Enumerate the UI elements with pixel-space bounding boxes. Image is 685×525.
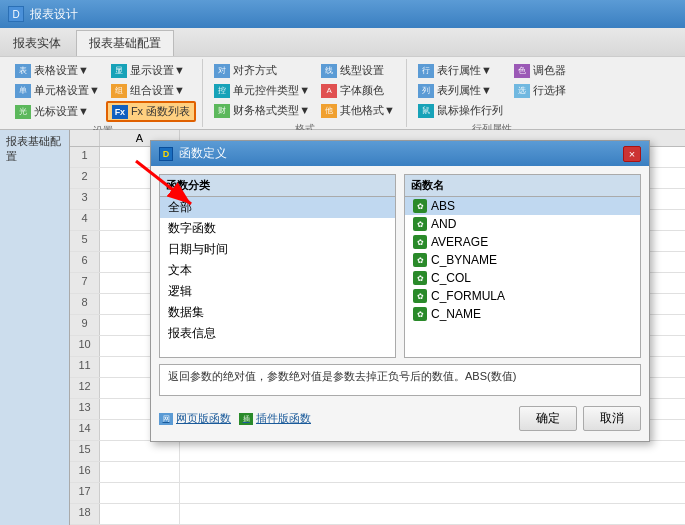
ribbon-group-settings: 表 表格设置▼ 显 显示设置▼ 单 单元格设置▼ 组 组合设置▼ 光 光标设 — [4, 59, 203, 127]
cancel-button[interactable]: 取消 — [583, 406, 641, 431]
categories-panel: 函数分类 全部 数字函数 日期与时间 — [159, 174, 396, 358]
footer-action-btns: 确定 取消 — [519, 406, 641, 431]
categories-header: 函数分类 — [160, 175, 395, 197]
list-item[interactable]: 报表信息 — [160, 323, 395, 344]
line-type-btn[interactable]: 线 线型设置 — [316, 61, 400, 80]
functions-list[interactable]: ✿ ABS ✿ AND ✿ AVERAGE — [405, 197, 640, 357]
title-text: 报表设计 — [30, 6, 78, 23]
other-format-btn[interactable]: 他 其他格式▼ — [316, 101, 400, 120]
color-picker-btn[interactable]: 色 调色器 — [509, 61, 571, 80]
control-type-btn[interactable]: 控 单元控件类型▼ — [209, 81, 315, 100]
font-color-btn[interactable]: A 字体颜色 — [316, 81, 400, 100]
plugin-func-btn[interactable]: 插 插件版函数 — [239, 411, 311, 426]
list-item[interactable]: ✿ ABS — [405, 197, 640, 215]
function-icon: ✿ — [413, 217, 427, 231]
function-list-icon: Fx — [112, 105, 128, 119]
cell-settings-btn[interactable]: 单 单元格设置▼ — [10, 81, 105, 100]
list-item[interactable]: 文本 — [160, 260, 395, 281]
dialog-title-icon: D — [159, 147, 173, 161]
main-area: 报表基础配置 A 1 2 3 4 5 6 7 8 9 10 11 12 13 1… — [0, 130, 685, 525]
list-item[interactable]: 全部 — [160, 197, 395, 218]
row-select-btn[interactable]: 选 行选择 — [509, 81, 571, 100]
dialog-body: 函数分类 全部 数字函数 日期与时间 — [151, 166, 649, 441]
function-icon: ✿ — [413, 235, 427, 249]
tab-basic-config[interactable]: 报表基础配置 — [76, 30, 174, 56]
spreadsheet-area: A 1 2 3 4 5 6 7 8 9 10 11 12 13 14 15 16… — [70, 130, 685, 525]
ribbon-group-rowcol: 行 表行属性▼ 色 调色器 列 表列属性▼ 选 行选择 鼠 鼠标操作行列 — [407, 59, 577, 127]
ribbon: 报表实体 报表基础配置 表 表格设置▼ 显 显示设置▼ 单 单元格设置▼ 组 — [0, 28, 685, 130]
list-item[interactable]: 逻辑 — [160, 281, 395, 302]
rowcol-buttons: 行 表行属性▼ 色 调色器 列 表列属性▼ 选 行选择 鼠 鼠标操作行列 — [413, 61, 571, 120]
align-icon: 对 — [214, 64, 230, 78]
function-icon: ✿ — [413, 307, 427, 321]
list-item[interactable]: ✿ AVERAGE — [405, 233, 640, 251]
dialog-title-text: 函数定义 — [179, 145, 227, 162]
col-prop-icon: 列 — [418, 84, 434, 98]
function-description: 返回参数的绝对值，参数绝对值是参数去掉正负号后的数值。ABS(数值) — [159, 364, 641, 396]
cursor-settings-btn[interactable]: 光 光标设置▼ — [10, 101, 105, 122]
list-item[interactable]: ✿ C_FORMULA — [405, 287, 640, 305]
title-bar: D 报表设计 — [0, 0, 685, 28]
cursor-settings-icon: 光 — [15, 105, 31, 119]
list-item[interactable]: 数据集 — [160, 302, 395, 323]
left-label: 报表基础配置 — [0, 130, 70, 525]
mouse-rowcol-icon: 鼠 — [418, 104, 434, 118]
dialog-overlay: D 函数定义 × 函数分类 全部 — [70, 130, 685, 525]
dialog-title-bar: D 函数定义 × — [151, 141, 649, 166]
control-type-icon: 控 — [214, 84, 230, 98]
tab-report-entity[interactable]: 报表实体 — [0, 30, 74, 56]
function-definition-dialog: D 函数定义 × 函数分类 全部 — [150, 140, 650, 442]
functions-panel: 函数名 ✿ ABS ✿ AND — [404, 174, 641, 358]
list-item[interactable]: 数字函数 — [160, 218, 395, 239]
footer-left: 网 网页版函数 插 插件版函数 — [159, 411, 311, 426]
function-icon: ✿ — [413, 199, 427, 213]
align-btn[interactable]: 对 对齐方式 — [209, 61, 315, 80]
format-buttons: 对 对齐方式 线 线型设置 控 单元控件类型▼ A 字体颜色 财 财务格式类 — [209, 61, 400, 120]
row-prop-btn[interactable]: 行 表行属性▼ — [413, 61, 508, 80]
web-func-icon: 网 — [159, 413, 173, 425]
cell-settings-icon: 单 — [15, 84, 31, 98]
categories-list[interactable]: 全部 数字函数 日期与时间 文本 — [160, 197, 395, 357]
list-item[interactable]: ✿ AND — [405, 215, 640, 233]
color-picker-icon: 色 — [514, 64, 530, 78]
function-icon: ✿ — [413, 289, 427, 303]
ribbon-group-format: 对 对齐方式 线 线型设置 控 单元控件类型▼ A 字体颜色 财 财务格式类 — [203, 59, 407, 127]
finance-format-btn[interactable]: 财 财务格式类型▼ — [209, 101, 315, 120]
dialog-columns: 函数分类 全部 数字函数 日期与时间 — [159, 174, 641, 358]
plugin-func-icon: 插 — [239, 413, 253, 425]
list-item[interactable]: ✿ C_COL — [405, 269, 640, 287]
display-settings-icon: 显 — [111, 64, 127, 78]
font-color-icon: A — [321, 84, 337, 98]
dialog-footer: 网 网页版函数 插 插件版函数 确定 取消 — [159, 402, 641, 433]
mouse-rowcol-btn[interactable]: 鼠 鼠标操作行列 — [413, 101, 508, 120]
display-settings-btn[interactable]: 显 显示设置▼ — [106, 61, 196, 80]
list-item[interactable]: ✿ C_NAME — [405, 305, 640, 323]
other-format-icon: 他 — [321, 104, 337, 118]
functions-header: 函数名 — [405, 175, 640, 197]
combo-settings-icon: 组 — [111, 84, 127, 98]
web-func-btn[interactable]: 网 网页版函数 — [159, 411, 231, 426]
row-select-icon: 选 — [514, 84, 530, 98]
settings-buttons: 表 表格设置▼ 显 显示设置▼ 单 单元格设置▼ 组 组合设置▼ 光 光标设 — [10, 61, 196, 122]
finance-format-icon: 财 — [214, 104, 230, 118]
function-icon: ✿ — [413, 271, 427, 285]
table-settings-icon: 表 — [15, 64, 31, 78]
function-list-btn[interactable]: Fx Fx 函数列表 — [106, 101, 196, 122]
ribbon-tabs: 报表实体 报表基础配置 — [0, 28, 685, 57]
row-prop-icon: 行 — [418, 64, 434, 78]
list-item[interactable]: 日期与时间 — [160, 239, 395, 260]
confirm-button[interactable]: 确定 — [519, 406, 577, 431]
function-icon: ✿ — [413, 253, 427, 267]
col-prop-btn[interactable]: 列 表列属性▼ — [413, 81, 508, 100]
app-icon: D — [8, 6, 24, 22]
list-item[interactable]: ✿ C_BYNAME — [405, 251, 640, 269]
ribbon-content: 表 表格设置▼ 显 显示设置▼ 单 单元格设置▼ 组 组合设置▼ 光 光标设 — [0, 57, 685, 129]
table-settings-btn[interactable]: 表 表格设置▼ — [10, 61, 105, 80]
line-type-icon: 线 — [321, 64, 337, 78]
dialog-close-button[interactable]: × — [623, 146, 641, 162]
combo-settings-btn[interactable]: 组 组合设置▼ — [106, 81, 196, 100]
